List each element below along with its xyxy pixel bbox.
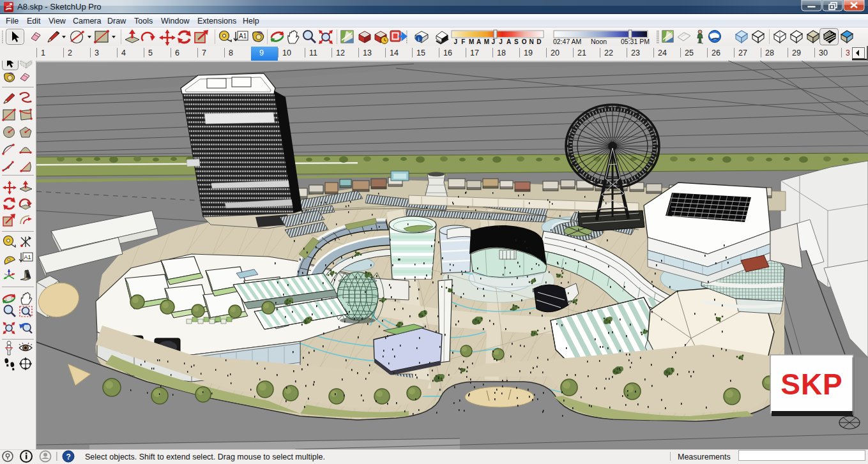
svg-text:F: F [461,38,465,45]
svg-text:?: ? [66,453,71,461]
svg-text:A: A [476,38,481,45]
svg-text:A: A [25,271,31,279]
svg-text:J: J [492,38,496,45]
svg-text:M: M [484,38,489,45]
svg-text:05:31 PM: 05:31 PM [621,38,650,45]
svg-text:J: J [454,38,458,45]
svg-text:SKP: SKP [780,368,843,401]
svg-text:N: N [529,38,534,45]
svg-text:A: A [506,38,511,45]
svg-text:D: D [537,38,541,45]
svg-text:J: J [499,38,503,45]
svg-text:O: O [522,38,527,45]
svg-text:A1: A1 [24,254,31,260]
svg-text:S: S [514,38,519,45]
svg-text:Noon: Noon [591,38,607,45]
svg-text:A1: A1 [239,33,247,40]
svg-text:02:47 AM: 02:47 AM [553,38,581,45]
svg-text:M: M [469,38,474,45]
